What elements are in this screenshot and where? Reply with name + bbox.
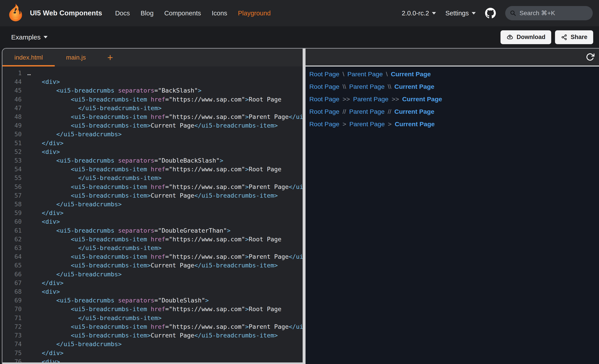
code-line: … bbox=[27, 69, 303, 77]
line-number: 54 bbox=[2, 165, 22, 174]
code-line: <ui5-breadcrumbs-item>Current Page</ui5-… bbox=[27, 331, 303, 340]
code-line: </ui5-breadcrumbs-item> bbox=[27, 313, 303, 322]
refresh-button[interactable] bbox=[585, 52, 595, 62]
breadcrumb-current: Current Page bbox=[391, 70, 431, 78]
github-icon[interactable] bbox=[485, 8, 496, 18]
breadcrumb-separator: >> bbox=[392, 95, 399, 103]
breadcrumb-link[interactable]: Parent Page bbox=[353, 95, 388, 103]
settings-dropdown[interactable]: Settings bbox=[445, 9, 476, 17]
search-icon bbox=[510, 10, 516, 17]
code-line: <ui5-breadcrumbs-item>Current Page</ui5-… bbox=[27, 121, 303, 130]
line-number: 74 bbox=[2, 340, 22, 348]
breadcrumb-current: Current Page bbox=[394, 108, 434, 115]
breadcrumb-separator: > bbox=[343, 120, 346, 128]
breadcrumb-separator: \\ bbox=[343, 83, 346, 90]
pane-splitter[interactable] bbox=[303, 49, 306, 364]
horizontal-scrollbar[interactable] bbox=[2, 363, 303, 364]
download-button[interactable]: Download bbox=[501, 30, 551, 44]
code-line: <div> bbox=[27, 287, 303, 296]
share-button[interactable]: Share bbox=[555, 30, 593, 44]
chevron-down-icon bbox=[472, 12, 476, 15]
breadcrumb-separator: \\ bbox=[388, 83, 391, 90]
breadcrumb-link[interactable]: Parent Page bbox=[348, 70, 383, 78]
version-dropdown[interactable]: 2.0.0-rc.2 bbox=[402, 9, 436, 17]
code-line: </ui5-breadcrumbs-item> bbox=[27, 244, 303, 252]
breadcrumb-current: Current Page bbox=[395, 120, 435, 128]
breadcrumbs-row: Root Page>>Parent Page>>Current Page bbox=[309, 93, 599, 105]
ui5-phoenix-logo[interactable] bbox=[5, 3, 26, 23]
nav-link-blog[interactable]: Blog bbox=[141, 9, 153, 17]
breadcrumb-separator: >> bbox=[343, 95, 350, 103]
plus-icon: + bbox=[107, 52, 113, 63]
line-number: 60 bbox=[2, 217, 22, 226]
breadcrumb-link[interactable]: Parent Page bbox=[349, 108, 385, 115]
code-line: <ui5-breadcrumbs-item>Current Page</ui5-… bbox=[27, 191, 303, 200]
code-area[interactable]: 1444546474849505152535455565758596061626… bbox=[2, 67, 303, 364]
code-line: <ui5-breadcrumbs-item href="https://www.… bbox=[27, 182, 303, 191]
code-line: </ui5-breadcrumbs> bbox=[27, 200, 303, 209]
code-line: <ui5-breadcrumbs-item href="https://www.… bbox=[27, 235, 303, 244]
nav-link-icons[interactable]: Icons bbox=[212, 9, 227, 17]
code-line: </ui5-breadcrumbs> bbox=[27, 130, 303, 138]
toolbar-buttons: Download Share bbox=[501, 30, 593, 44]
line-number: 75 bbox=[2, 349, 22, 357]
tab-index-html[interactable]: index.html bbox=[2, 49, 55, 67]
line-number: 71 bbox=[2, 313, 22, 322]
breadcrumb-link[interactable]: Root Page bbox=[309, 83, 339, 90]
code-line: <ui5-breadcrumbs-item href="https://www.… bbox=[27, 165, 303, 174]
examples-dropdown[interactable]: Examples bbox=[11, 34, 48, 41]
nav-link-docs[interactable]: Docs bbox=[115, 9, 130, 17]
search-input[interactable] bbox=[520, 9, 588, 17]
chevron-down-icon bbox=[44, 36, 48, 38]
playground: index.html main.js + 1444546474849505152… bbox=[2, 48, 599, 364]
tab-label: main.js bbox=[66, 54, 86, 61]
line-number: 64 bbox=[2, 252, 22, 261]
version-label: 2.0.0-rc.2 bbox=[402, 9, 429, 17]
code-line: </ui5-breadcrumbs> bbox=[27, 340, 303, 348]
breadcrumb-link[interactable]: Root Page bbox=[309, 95, 339, 103]
line-number: 73 bbox=[2, 331, 22, 340]
preview-topbar bbox=[306, 49, 599, 67]
nav-link-components[interactable]: Components bbox=[164, 9, 201, 17]
chevron-down-icon bbox=[432, 12, 436, 15]
code-line: </ui5-breadcrumbs-item> bbox=[27, 104, 303, 112]
code-line: <ui5-breadcrumbs-item href="https://www.… bbox=[27, 322, 303, 331]
breadcrumb-link[interactable]: Root Page bbox=[309, 120, 339, 128]
line-number: 45 bbox=[2, 86, 22, 95]
code-line: <ui5-breadcrumbs separators="DoubleSlash… bbox=[27, 296, 303, 305]
code-line: </div> bbox=[27, 349, 303, 357]
line-number: 66 bbox=[2, 270, 22, 279]
preview-pane: Root Page\Parent Page\Current PageRoot P… bbox=[306, 49, 599, 364]
line-number: 48 bbox=[2, 112, 22, 121]
line-number: 47 bbox=[2, 104, 22, 112]
code-line: <ui5-breadcrumbs separators="DoubleGreat… bbox=[27, 226, 303, 235]
breadcrumb-link[interactable]: Parent Page bbox=[349, 120, 385, 128]
download-label: Download bbox=[517, 34, 546, 41]
cloud-download-icon bbox=[506, 34, 513, 41]
breadcrumb-link[interactable]: Parent Page bbox=[349, 83, 385, 90]
tab-label: index.html bbox=[14, 54, 43, 61]
breadcrumb-link[interactable]: Root Page bbox=[309, 70, 339, 78]
line-number: 63 bbox=[2, 244, 22, 252]
breadcrumb-link[interactable]: Root Page bbox=[309, 108, 339, 115]
line-number: 67 bbox=[2, 279, 22, 287]
breadcrumb-current: Current Page bbox=[394, 83, 434, 90]
line-number: 1 bbox=[2, 69, 22, 77]
line-number: 68 bbox=[2, 287, 22, 296]
header-right: 2.0.0-rc.2 Settings bbox=[402, 6, 593, 20]
breadcrumbs-row: Root Page//Parent Page//Current Page bbox=[309, 105, 599, 118]
share-label: Share bbox=[571, 34, 587, 41]
line-number: 65 bbox=[2, 261, 22, 270]
tab-main-js[interactable]: main.js bbox=[55, 49, 97, 67]
breadcrumb-separator: // bbox=[388, 108, 391, 115]
breadcrumb-separator: \ bbox=[343, 70, 344, 78]
add-tab-button[interactable]: + bbox=[101, 49, 119, 67]
nav-link-playground[interactable]: Playground bbox=[238, 9, 271, 17]
code-line: <ui5-breadcrumbs separators="DoubleBackS… bbox=[27, 156, 303, 165]
code-line: </ui5-breadcrumbs> bbox=[27, 270, 303, 279]
code-line: <ui5-breadcrumbs separators="BackSlash"> bbox=[27, 86, 303, 95]
share-icon bbox=[561, 34, 567, 41]
line-number: 69 bbox=[2, 296, 22, 305]
editor-tabbar: index.html main.js + bbox=[2, 49, 303, 67]
code-line: <ui5-breadcrumbs-item href="https://www.… bbox=[27, 305, 303, 313]
